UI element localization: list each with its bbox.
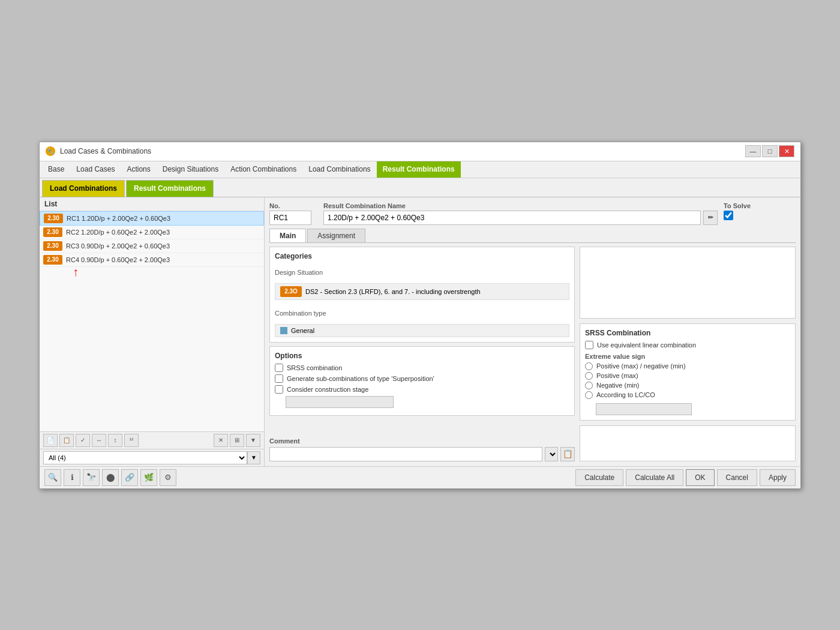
bottom-info-button[interactable]: ℹ [64,469,80,486]
construction-label: Consider construction stage [287,386,368,393]
radio-row-posmax-negmin: Positive (max) / negative (min) [585,362,790,370]
new-button[interactable]: 📄 [43,434,58,447]
name-input[interactable] [323,211,701,225]
item-badge: 2.30 [44,214,63,223]
filter-arrow-button[interactable]: ▼ [247,451,260,464]
layout-button[interactable]: ⊞ [230,434,244,447]
rc-no-section: No. [269,202,317,225]
menu-item-base[interactable]: Base [42,161,70,178]
list-item[interactable]: 2.30 RC1 1.20D/p + 2.00Qe2 + 0.60Qe3 [40,211,264,226]
menu-item-load-combinations[interactable]: Load Combinations [302,161,376,178]
srss-option-row: SRSS combination [275,364,569,372]
bottom-view-button[interactable]: 🔭 [83,469,100,486]
comment-label: Comment [269,437,575,445]
tabs-row: Load Combinations Result Combinations [40,178,800,197]
radio-posmax-negmin[interactable] [585,362,593,370]
use-equiv-row: Use equivalent linear combination [585,341,790,349]
main-content: List 2.30 RC1 1.20D/p + 2.00Qe2 + 0.60Qe… [40,197,800,466]
categories-title: Categories [275,252,569,260]
subcombo-checkbox[interactable] [275,374,283,383]
construction-checkbox[interactable] [275,385,283,394]
title-bar-left: 🔧 Load Cases & Combinations [46,146,151,156]
item-text: RC1 1.20D/p + 2.00Qe2 + 0.60Qe3 [67,215,170,222]
title-bar-buttons: — □ ✕ [745,145,794,157]
radio-negmin[interactable] [585,382,593,389]
bottom-link-button[interactable]: 🔗 [121,469,138,486]
app-icon: 🔧 [46,146,55,156]
to-solve-checkbox[interactable] [724,211,733,220]
radio-row-posmax: Positive (max) [585,372,790,380]
rc-name-row: ✏ [323,211,718,225]
delete-button[interactable]: ✕ [214,434,228,447]
sub-tab-main[interactable]: Main [269,229,306,242]
layout-arrow-button[interactable]: ▼ [246,434,260,447]
list-area: 2.30 RC1 1.20D/p + 2.00Qe2 + 0.60Qe3 2.3… [40,211,264,431]
lc-co-input[interactable] [596,403,692,415]
copy-button[interactable]: 📋 [59,434,74,447]
radio-label-negmin: Negative (min) [596,382,640,389]
filter-select[interactable]: All (4) [43,451,247,464]
section-top-empty [580,247,796,319]
radio-row-lcco: According to LC/CO [585,391,790,399]
combo-text: General [291,327,314,334]
comment-paste-button[interactable]: 📋 [560,447,575,461]
main-window: 🔧 Load Cases & Combinations — □ ✕ Base L… [39,142,801,489]
apply-button[interactable]: Apply [760,469,796,486]
cancel-button[interactable]: Cancel [717,469,757,486]
radio-row-negmin: Negative (min) [585,382,790,389]
sort-button[interactable]: ↕ [108,434,122,447]
tab-load-combinations[interactable]: Load Combinations [42,180,125,197]
check-button[interactable]: ✓ [76,434,90,447]
sub-tab-assignment[interactable]: Assignment [307,229,365,242]
list-item[interactable]: 2.30 RC3 0.90D/p + 2.00Qe2 + 0.60Qe3 [40,239,264,253]
radio-posmax[interactable] [585,372,593,380]
left-panel: List 2.30 RC1 1.20D/p + 2.00Qe2 + 0.60Qe… [40,197,265,466]
left-section-wrapper: Categories Design Situation 2.3O DS2 - S… [269,247,575,461]
construction-option-row: Consider construction stage [275,385,569,394]
extreme-value-label: Extreme value sign [585,353,790,360]
calculate-all-button[interactable]: Calculate All [626,469,683,486]
menu-item-actions[interactable]: Actions [121,161,156,178]
combination-type-label: Combination type [275,310,569,317]
tab-result-combinations[interactable]: Result Combinations [126,180,214,197]
radio-label-posmax: Positive (max) [596,372,638,379]
renumber-button[interactable]: ↔ [92,434,106,447]
construction-input[interactable] [286,396,394,408]
calculate-button[interactable]: Calculate [575,469,623,486]
use-equiv-checkbox[interactable] [585,341,593,349]
title-bar: 🔧 Load Cases & Combinations — □ ✕ [40,142,800,161]
close-button[interactable]: ✕ [779,145,794,157]
combo-color-dot [280,327,287,334]
left-toolbar: 📄 📋 ✓ ↔ ↕ ¹² ✕ ⊞ ▼ [40,431,264,449]
filter-row: All (4) ▼ [40,449,264,466]
radio-lcco[interactable] [585,391,593,399]
bottom-circle-button[interactable]: ⬤ [102,469,119,486]
section-bottom-empty [580,425,796,461]
comment-dropdown[interactable]: ▼ [545,447,558,461]
list-item[interactable]: 2.30 RC2 1.20D/p + 0.60Qe2 + 2.00Qe3 [40,226,264,239]
bottom-tree-button[interactable]: 🌿 [140,469,157,486]
comment-input[interactable] [269,447,542,461]
bottom-search-button[interactable]: 🔍 [44,469,61,486]
list-item[interactable]: 2.30 RC4 0.90D/p + 0.60Qe2 + 2.00Qe3 ↑ [40,253,264,267]
window-title: Load Cases & Combinations [60,147,151,155]
no-label: No. [269,202,317,209]
edit-name-button[interactable]: ✏ [703,211,718,225]
number-button[interactable]: ¹² [124,434,139,447]
menu-item-result-combinations[interactable]: Result Combinations [377,161,461,178]
menu-item-action-combinations[interactable]: Action Combinations [224,161,302,178]
bottom-settings-button[interactable]: ⚙ [160,469,176,486]
construction-input-row [286,396,569,408]
minimize-button[interactable]: — [745,145,761,157]
rc-header: No. Result Combination Name ✏ To Solve [269,202,796,225]
ok-button[interactable]: OK [686,469,714,486]
design-situation-label: Design Situation [275,269,569,276]
radio-label-lcco: According to LC/CO [596,391,655,398]
menu-item-design-situations[interactable]: Design Situations [157,161,224,178]
menu-item-loadcases[interactable]: Load Cases [70,161,121,178]
main-tab-content: Categories Design Situation 2.3O DS2 - S… [269,247,796,461]
no-input[interactable] [269,211,311,225]
use-equiv-label: Use equivalent linear combination [597,341,696,349]
srss-checkbox[interactable] [275,364,283,372]
maximize-button[interactable]: □ [762,145,778,157]
